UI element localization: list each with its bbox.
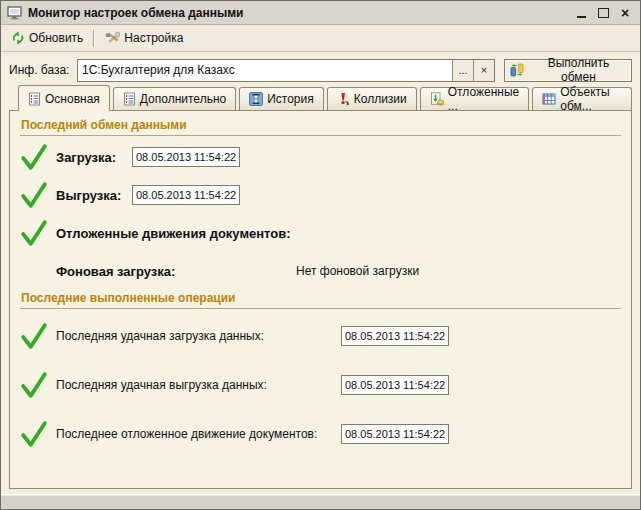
minimize-button[interactable] — [574, 6, 588, 20]
infobase-row: Инф. база: ... × Выполнить о — [9, 57, 632, 83]
tab-collisions-label: Коллизии — [354, 92, 407, 106]
tab-exchange-objects[interactable]: Объекты обм... — [532, 87, 632, 110]
form-icon — [123, 92, 136, 106]
infobase-input[interactable] — [78, 60, 452, 81]
deferred-movements-label: Отложенные движения документов: — [56, 226, 291, 241]
tab-collisions[interactable]: Коллизии — [327, 87, 417, 110]
last-deferred-movement-field[interactable] — [341, 424, 449, 444]
last-successful-load-field[interactable] — [341, 326, 449, 346]
tools-icon — [105, 31, 120, 45]
success-check-icon — [20, 371, 48, 399]
unload-label: Выгрузка: — [56, 188, 132, 203]
settings-button[interactable]: Настройка — [99, 28, 189, 48]
last-deferred-movement-label: Последнее отложенное движение документов… — [56, 427, 341, 441]
status-bar — [1, 494, 640, 509]
execute-exchange-label: Выполнить обмен — [530, 56, 627, 84]
last-successful-load-label: Последняя удачная загрузка данных: — [56, 329, 341, 343]
app-window: Монитор настроек обмена данными × Обнови… — [0, 0, 641, 510]
maximize-icon — [598, 8, 609, 18]
browse-button[interactable]: ... — [452, 60, 473, 81]
refresh-button[interactable]: Обновить — [5, 28, 89, 48]
tab-main-label: Основная — [45, 92, 100, 106]
main-area: Инф. база: ... × Выполнить о — [1, 52, 640, 494]
deferred-icon — [430, 92, 444, 106]
refresh-label: Обновить — [29, 31, 83, 45]
row-last-successful-load: Последняя удачная загрузка данных: — [20, 311, 621, 360]
success-check-icon — [20, 143, 48, 171]
tab-panel-main: Последний обмен данными Загрузка: Выгруз… — [9, 110, 632, 489]
exchange-icon — [509, 62, 525, 78]
toolbar-separator — [93, 30, 95, 47]
execute-exchange-button[interactable]: Выполнить обмен — [504, 59, 632, 82]
section-title-last-operations: Последние выполненные операции — [20, 290, 621, 309]
tab-deferred-label: Отложенные ... — [448, 85, 520, 113]
last-successful-unload-field[interactable] — [341, 375, 449, 395]
success-check-icon — [20, 322, 48, 350]
tab-main[interactable]: Основная — [18, 85, 110, 111]
window-controls: × — [574, 6, 634, 20]
row-last-successful-unload: Последняя удачная выгрузка данных: — [20, 360, 621, 409]
monitor-icon — [7, 6, 22, 20]
tab-history[interactable]: История — [239, 87, 324, 110]
tab-bar: Основная Дополнительно — [9, 83, 632, 110]
toolbar: Обновить Настройка — [1, 24, 640, 52]
success-check-icon — [20, 420, 48, 448]
row-last-deferred-movement: Последнее отложенное движение документов… — [20, 409, 621, 458]
infobase-label: Инф. база: — [9, 63, 77, 77]
tab-deferred[interactable]: Отложенные ... — [420, 87, 530, 110]
minimize-icon — [577, 16, 586, 18]
load-label: Загрузка: — [56, 150, 132, 165]
clear-button[interactable]: × — [473, 60, 494, 81]
last-successful-unload-label: Последняя удачная выгрузка данных: — [56, 378, 341, 392]
tab-exchange-objects-label: Объекты обм... — [560, 85, 622, 113]
success-check-icon — [20, 181, 48, 209]
unload-datetime-field[interactable] — [132, 185, 240, 205]
history-icon — [249, 92, 263, 106]
row-deferred-movements: Отложенные движения документов: — [20, 214, 621, 252]
tab-history-label: История — [267, 92, 314, 106]
refresh-icon — [11, 31, 25, 45]
form-icon — [28, 92, 41, 106]
background-load-value: Нет фоновой загрузки — [296, 264, 419, 278]
close-icon: × — [621, 7, 629, 20]
tab-additional[interactable]: Дополнительно — [113, 87, 236, 110]
window-title: Монитор настроек обмена данными — [28, 6, 568, 20]
row-unload: Выгрузка: — [20, 176, 621, 214]
background-load-label: Фоновая загрузка: — [56, 264, 296, 279]
tab-additional-label: Дополнительно — [140, 92, 226, 106]
infobase-field: ... × — [77, 59, 495, 82]
row-background-load: Фоновая загрузка: Нет фоновой загрузки — [20, 252, 621, 290]
title-bar: Монитор настроек обмена данными × — [1, 1, 640, 24]
section-title-last-exchange: Последний обмен данными — [20, 117, 621, 136]
collision-icon — [337, 92, 350, 106]
close-button[interactable]: × — [618, 6, 632, 20]
settings-label: Настройка — [124, 31, 183, 45]
success-check-icon — [20, 219, 48, 247]
load-datetime-field[interactable] — [132, 147, 240, 167]
maximize-button[interactable] — [596, 6, 610, 20]
row-load: Загрузка: — [20, 138, 621, 176]
exchange-objects-icon — [542, 92, 556, 106]
